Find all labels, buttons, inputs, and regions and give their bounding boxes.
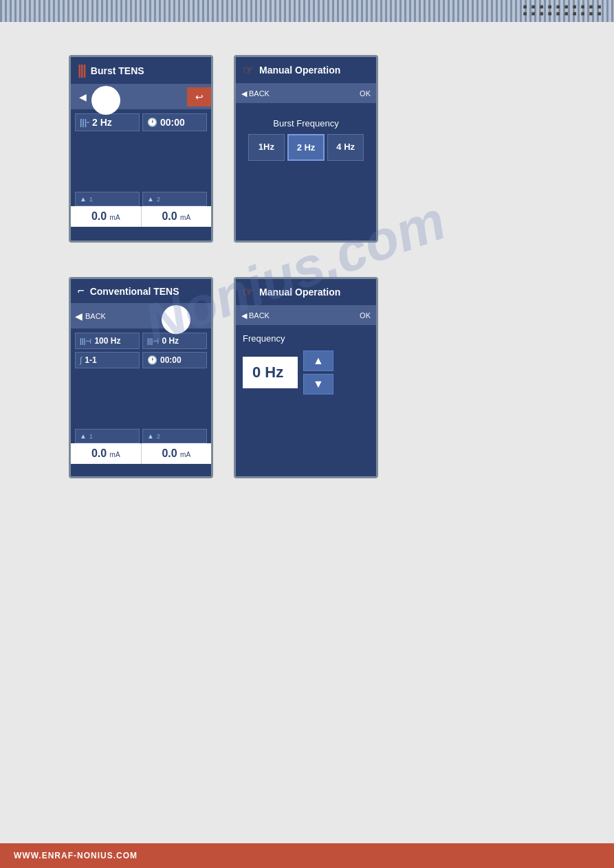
burst-tens-nav: ◀ ↩ bbox=[71, 85, 211, 109]
conv-mode-value: 1-1 bbox=[85, 355, 96, 365]
conv-freq2-cell: |||⊣ 0 Hz bbox=[142, 333, 207, 349]
top-bar: ◾◾◾◾◾◾◾◾◾◾◾◾◾◾◾◾◾◾◾◾ bbox=[0, 0, 614, 22]
ch1-label: 1 bbox=[89, 196, 93, 203]
conv-tens-screen: ⌐ Conventional TENS ◀ BACK |||⊣ 100 Hz bbox=[69, 277, 213, 478]
conv-freq1-icon: |||⊣ bbox=[80, 337, 91, 345]
conv-freq1-value: 100 Hz bbox=[94, 336, 120, 346]
top-bar-brand: ◾◾◾◾◾◾◾◾◾◾◾◾◾◾◾◾◾◾◾◾ bbox=[521, 3, 604, 17]
burst-time-cell: 🕐 00:00 bbox=[142, 113, 207, 131]
burst-freq-cell: |||- 2 Hz bbox=[75, 113, 140, 131]
burst-channel-row: ▲ 1 ▲ 2 bbox=[75, 192, 207, 206]
conv-empty bbox=[75, 371, 207, 426]
conv-ma2-cell: 0.0 mA bbox=[142, 443, 212, 464]
conv-info-area: |||⊣ 100 Hz |||⊣ 0 Hz ∫ 1-1 🕐 bbox=[71, 329, 211, 443]
conv-bubble bbox=[162, 305, 190, 334]
manual-op-burst-screen: ☞ Manual Operation ◀ BACK OK Burst Frequ… bbox=[234, 55, 378, 243]
top-screen-row: ||| Burst TENS ◀ ↩ |||- 2 Hz bbox=[69, 55, 550, 243]
freq-down-btn[interactable]: ▼ bbox=[303, 374, 333, 394]
manual-op-freq-screen: ☞ Manual Operation ◀ BACK OK Frequency 0… bbox=[234, 277, 378, 478]
conv-header: ⌐ Conventional TENS bbox=[71, 279, 211, 304]
conv-ma1-cell: 0.0 mA bbox=[71, 443, 142, 464]
conv-back-btn[interactable]: ◀ BACK bbox=[71, 307, 110, 326]
waveform-icon: ||| bbox=[78, 63, 85, 78]
conv-time-value: 00:00 bbox=[160, 355, 182, 365]
burst-ma1-unit: mA bbox=[110, 214, 120, 221]
freq-current-display: 0 Hz bbox=[243, 357, 298, 388]
conv-ch1-cell: ▲ 1 bbox=[75, 429, 140, 443]
hand-pointer-icon2: ☞ bbox=[243, 285, 254, 300]
conv-mode-icon: ∫ bbox=[80, 355, 82, 365]
conv-time-icon: 🕐 bbox=[147, 355, 157, 365]
conv-mode-cell: ∫ 1-1 bbox=[75, 352, 140, 368]
conv-ch1-tri: ▲ bbox=[80, 432, 87, 440]
ch2-label: 2 bbox=[157, 196, 160, 203]
back-arrow-icon2: ◀ bbox=[241, 311, 247, 320]
ch1-triangle: ▲ bbox=[80, 195, 87, 203]
burst-time-icon: 🕐 bbox=[147, 118, 157, 127]
burst-bubble bbox=[91, 86, 120, 115]
manual-op-nav: ◀ BACK OK bbox=[236, 84, 376, 103]
main-content: ||| Burst TENS ◀ ↩ |||- 2 Hz bbox=[69, 55, 550, 513]
bottom-screen-row: ⌐ Conventional TENS ◀ BACK |||⊣ 100 Hz bbox=[69, 277, 550, 478]
conv-title: Conventional TENS bbox=[90, 286, 179, 297]
manual-freq-content: Frequency 0 Hz ▲ ▼ bbox=[236, 325, 376, 476]
conv-ch2-tri: ▲ bbox=[147, 432, 154, 440]
manual-freq-back-btn[interactable]: ◀ BACK bbox=[236, 311, 275, 320]
conv-freq2-icon: |||⊣ bbox=[147, 337, 159, 345]
manual-freq-ok-btn[interactable]: OK bbox=[354, 311, 376, 320]
conv-channel-row: ▲ 1 ▲ 2 bbox=[75, 429, 207, 443]
conv-freq-row: |||⊣ 100 Hz |||⊣ 0 Hz bbox=[75, 333, 207, 349]
freq-btn-4hz[interactable]: 4 Hz bbox=[327, 134, 364, 161]
conv-freq2-value: 0 Hz bbox=[162, 336, 179, 346]
burst-ch2-cell: ▲ 2 bbox=[142, 192, 207, 206]
burst-ma1-cell: 0.0 mA bbox=[71, 206, 142, 227]
freq-current-value: 0 Hz bbox=[252, 364, 283, 381]
conv-freq1-cell: |||⊣ 100 Hz bbox=[75, 333, 140, 349]
manual-op-header: ☞ Manual Operation bbox=[236, 57, 376, 84]
back-label2: BACK bbox=[249, 311, 270, 320]
burst-tens-header: ||| Burst TENS bbox=[71, 57, 211, 85]
burst-tens-title: Burst TENS bbox=[91, 65, 144, 76]
burst-right-btn[interactable]: ↩ bbox=[187, 87, 211, 107]
manual-freq-header: ☞ Manual Operation bbox=[236, 279, 376, 306]
burst-freq-title: Burst Frequency bbox=[243, 110, 369, 134]
conv-nav: ◀ BACK bbox=[71, 304, 211, 329]
burst-freq-icon: |||- bbox=[80, 118, 89, 127]
manual-op-back-btn[interactable]: ◀ BACK bbox=[236, 89, 275, 98]
burst-ch1-cell: ▲ 1 bbox=[75, 192, 140, 206]
conv-ma-row: 0.0 mA 0.0 mA bbox=[71, 443, 211, 464]
freq-up-btn[interactable]: ▲ bbox=[303, 350, 333, 371]
conv-ch2-lbl: 2 bbox=[157, 433, 160, 440]
updown-controls: ▲ ▼ bbox=[303, 350, 333, 394]
ch2-triangle: ▲ bbox=[147, 195, 154, 203]
burst-ma2-value: 0.0 bbox=[162, 210, 177, 222]
freq-title-label: Frequency bbox=[243, 331, 369, 350]
conv-ma1-value: 0.0 bbox=[91, 447, 107, 459]
manual-op-title: Manual Operation bbox=[259, 65, 340, 76]
freq-button-group: 1Hz 2 Hz 4 Hz bbox=[243, 134, 369, 169]
burst-info-area: |||- 2 Hz 🕐 00:00 ▲ 1 bbox=[71, 109, 211, 206]
bottom-bar-text: WWW.ENRAF-NONIUS.COM bbox=[14, 851, 138, 860]
conv-ch1-lbl: 1 bbox=[89, 433, 93, 440]
hand-pointer-icon: ☞ bbox=[243, 63, 254, 78]
burst-ma2-unit: mA bbox=[180, 214, 190, 221]
manual-op-ok-btn[interactable]: OK bbox=[354, 89, 376, 98]
conv-back-label: BACK bbox=[85, 312, 106, 320]
freq-control-row: 0 Hz ▲ ▼ bbox=[243, 350, 369, 394]
conv-ch2-cell: ▲ 2 bbox=[142, 429, 207, 443]
conv-ma2-value: 0.0 bbox=[162, 447, 177, 459]
conv-mode-row: ∫ 1-1 🕐 00:00 bbox=[75, 352, 207, 368]
back-arrow-icon: ◀ bbox=[241, 89, 247, 98]
burst-ma1-value: 0.0 bbox=[91, 210, 107, 222]
freq-btn-2hz[interactable]: 2 Hz bbox=[287, 134, 325, 161]
manual-op-content: Burst Frequency 1Hz 2 Hz 4 Hz bbox=[236, 103, 376, 241]
conv-back-arrow: ◀ bbox=[75, 311, 83, 322]
back-label: BACK bbox=[249, 89, 270, 98]
burst-ma2-cell: 0.0 mA bbox=[142, 206, 212, 227]
burst-freq-value: 2 Hz bbox=[92, 117, 112, 128]
conv-ma2-unit: mA bbox=[180, 451, 190, 458]
pulse-icon: ⌐ bbox=[78, 285, 85, 298]
freq-btn-1hz[interactable]: 1Hz bbox=[248, 134, 285, 161]
burst-ma-row: 0.0 mA 0.0 mA bbox=[71, 206, 211, 227]
conv-ma1-unit: mA bbox=[110, 451, 120, 458]
